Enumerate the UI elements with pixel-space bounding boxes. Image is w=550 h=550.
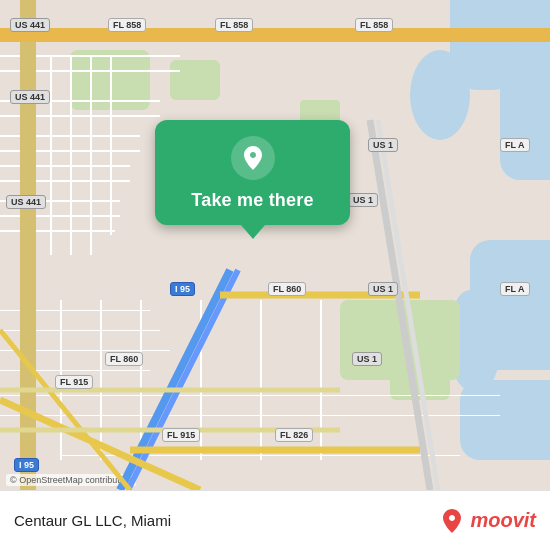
road-label-us1-1: US 1 bbox=[368, 138, 398, 152]
svg-line-3 bbox=[0, 400, 200, 490]
road-label-i95-2: I 95 bbox=[14, 458, 39, 472]
road-label-fl915-1: FL 915 bbox=[55, 375, 93, 389]
road-label-us441-3: US 441 bbox=[6, 195, 46, 209]
road-label-fla-1: FL A bbox=[500, 138, 530, 152]
place-name: Centaur GL LLC, Miami bbox=[14, 512, 171, 529]
road-label-us1-4: US 1 bbox=[352, 352, 382, 366]
svg-line-7 bbox=[378, 120, 438, 490]
road-label-fl915-2: FL 915 bbox=[162, 428, 200, 442]
moovit-logo: moovit bbox=[438, 507, 536, 535]
take-me-there-label: Take me there bbox=[191, 190, 313, 211]
road-label-fl860-1: FL 860 bbox=[268, 282, 306, 296]
svg-line-6 bbox=[370, 120, 430, 490]
svg-line-0 bbox=[120, 270, 230, 490]
road-label-i95-1: I 95 bbox=[170, 282, 195, 296]
road-label-fl860-2: FL 860 bbox=[105, 352, 143, 366]
map-container: US 441 US 441 US 441 FL 858 FL 858 FL 85… bbox=[0, 0, 550, 490]
road-label-us441-1: US 441 bbox=[10, 18, 50, 32]
road-label-us1-3: US 1 bbox=[368, 282, 398, 296]
bottom-bar: Centaur GL LLC, Miami moovit bbox=[0, 490, 550, 550]
road-label-us441-2: US 441 bbox=[10, 90, 50, 104]
road-label-fl858-3: FL 858 bbox=[355, 18, 393, 32]
road-label-us1-2: US 1 bbox=[348, 193, 378, 207]
road-label-fl826: FL 826 bbox=[275, 428, 313, 442]
moovit-pin-icon bbox=[438, 507, 466, 535]
road-label-fla-2: FL A bbox=[500, 282, 530, 296]
location-card[interactable]: Take me there bbox=[155, 120, 350, 225]
svg-line-1 bbox=[128, 270, 238, 490]
road-label-fl858-2: FL 858 bbox=[215, 18, 253, 32]
moovit-logo-text: moovit bbox=[470, 509, 536, 532]
location-pin-icon bbox=[231, 136, 275, 180]
road-label-fl858-1: FL 858 bbox=[108, 18, 146, 32]
